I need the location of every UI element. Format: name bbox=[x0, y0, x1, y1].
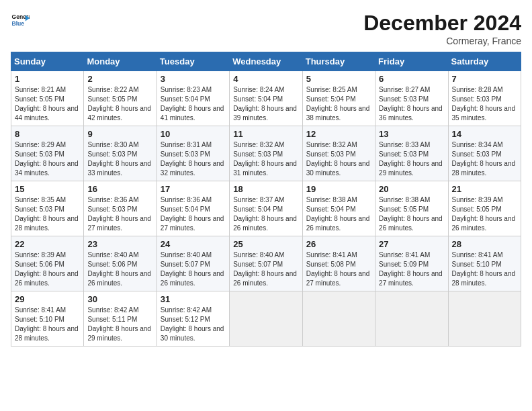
svg-text:Blue: Blue bbox=[12, 20, 25, 27]
table-row: 3Sunrise: 8:23 AMSunset: 5:04 PMDaylight… bbox=[157, 71, 229, 126]
table-row: 21Sunrise: 8:39 AMSunset: 5:05 PMDayligh… bbox=[448, 181, 521, 236]
table-row: 13Sunrise: 8:33 AMSunset: 5:03 PMDayligh… bbox=[375, 126, 448, 181]
month-title: December 2024 bbox=[363, 11, 521, 36]
table-row bbox=[302, 291, 375, 347]
table-row: 16Sunrise: 8:36 AMSunset: 5:03 PMDayligh… bbox=[84, 181, 157, 236]
table-row: 7Sunrise: 8:28 AMSunset: 5:03 PMDaylight… bbox=[448, 71, 521, 126]
table-row: 12Sunrise: 8:32 AMSunset: 5:03 PMDayligh… bbox=[302, 126, 375, 181]
header: General Blue December 2024 Cormeray, Fra… bbox=[11, 11, 521, 46]
table-row: 31Sunrise: 8:42 AMSunset: 5:12 PMDayligh… bbox=[157, 291, 229, 347]
table-row: 26Sunrise: 8:41 AMSunset: 5:08 PMDayligh… bbox=[302, 236, 375, 291]
table-row: 18Sunrise: 8:37 AMSunset: 5:04 PMDayligh… bbox=[230, 181, 302, 236]
table-row: 10Sunrise: 8:31 AMSunset: 5:03 PMDayligh… bbox=[157, 126, 229, 181]
col-saturday: Saturday bbox=[448, 52, 521, 71]
table-row: 28Sunrise: 8:41 AMSunset: 5:10 PMDayligh… bbox=[448, 236, 521, 291]
table-row: 27Sunrise: 8:41 AMSunset: 5:09 PMDayligh… bbox=[375, 236, 448, 291]
col-sunday: Sunday bbox=[11, 52, 84, 71]
table-row bbox=[448, 291, 521, 347]
table-row: 8Sunrise: 8:29 AMSunset: 5:03 PMDaylight… bbox=[11, 126, 84, 181]
table-row: 25Sunrise: 8:40 AMSunset: 5:07 PMDayligh… bbox=[230, 236, 302, 291]
table-row: 9Sunrise: 8:30 AMSunset: 5:03 PMDaylight… bbox=[84, 126, 157, 181]
header-row: Sunday Monday Tuesday Wednesday Thursday… bbox=[11, 52, 521, 71]
table-row: 23Sunrise: 8:40 AMSunset: 5:06 PMDayligh… bbox=[84, 236, 157, 291]
table-row: 6Sunrise: 8:27 AMSunset: 5:03 PMDaylight… bbox=[375, 71, 448, 126]
col-monday: Monday bbox=[84, 52, 157, 71]
table-row: 19Sunrise: 8:38 AMSunset: 5:04 PMDayligh… bbox=[302, 181, 375, 236]
logo: General Blue bbox=[11, 11, 30, 30]
table-row: 2Sunrise: 8:22 AMSunset: 5:05 PMDaylight… bbox=[84, 71, 157, 126]
logo-icon: General Blue bbox=[11, 11, 30, 30]
table-row: 17Sunrise: 8:36 AMSunset: 5:04 PMDayligh… bbox=[157, 181, 229, 236]
table-row: 22Sunrise: 8:39 AMSunset: 5:06 PMDayligh… bbox=[11, 236, 84, 291]
table-row: 24Sunrise: 8:40 AMSunset: 5:07 PMDayligh… bbox=[157, 236, 229, 291]
col-wednesday: Wednesday bbox=[230, 52, 302, 71]
table-row: 4Sunrise: 8:24 AMSunset: 5:04 PMDaylight… bbox=[230, 71, 302, 126]
table-row: 30Sunrise: 8:42 AMSunset: 5:11 PMDayligh… bbox=[84, 291, 157, 347]
table-row: 29Sunrise: 8:41 AMSunset: 5:10 PMDayligh… bbox=[11, 291, 84, 347]
table-row: 11Sunrise: 8:32 AMSunset: 5:03 PMDayligh… bbox=[230, 126, 302, 181]
col-tuesday: Tuesday bbox=[157, 52, 229, 71]
table-row: 20Sunrise: 8:38 AMSunset: 5:05 PMDayligh… bbox=[375, 181, 448, 236]
location: Cormeray, France bbox=[363, 36, 521, 46]
table-row bbox=[375, 291, 448, 347]
table-row: 15Sunrise: 8:35 AMSunset: 5:03 PMDayligh… bbox=[11, 181, 84, 236]
calendar-table: Sunday Monday Tuesday Wednesday Thursday… bbox=[11, 52, 521, 347]
title-area: December 2024 Cormeray, France bbox=[363, 11, 521, 46]
table-row: 14Sunrise: 8:34 AMSunset: 5:03 PMDayligh… bbox=[448, 126, 521, 181]
table-row bbox=[230, 291, 302, 347]
col-thursday: Thursday bbox=[302, 52, 375, 71]
table-row: 5Sunrise: 8:25 AMSunset: 5:04 PMDaylight… bbox=[302, 71, 375, 126]
col-friday: Friday bbox=[375, 52, 448, 71]
table-row: 1Sunrise: 8:21 AMSunset: 5:05 PMDaylight… bbox=[11, 71, 84, 126]
